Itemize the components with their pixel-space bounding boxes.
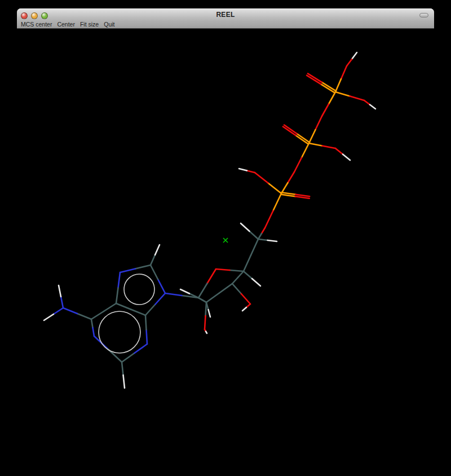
menu-bar: MCS center Center Fit size Quit — [17, 20, 434, 29]
toolbar-toggle-button[interactable] — [419, 13, 428, 17]
menu-item-fit-size[interactable]: Fit size — [80, 21, 99, 28]
reel-window: REEL MCS center Center Fit size Quit — [17, 8, 434, 473]
aromatic-ring-circle — [99, 311, 140, 353]
menu-item-mcs-center[interactable]: MCS center — [21, 21, 52, 28]
window-title: REEL — [17, 8, 434, 20]
menu-item-center[interactable]: Center — [57, 21, 75, 28]
molecule-canvas[interactable] — [17, 29, 434, 473]
aromatic-ring-circle — [124, 274, 154, 305]
desktop: { "window": { "title": "REEL", "traffic_… — [0, 0, 451, 476]
atp-molecule-drawing — [17, 29, 434, 473]
title-bar[interactable]: REEL — [17, 8, 434, 20]
menu-item-quit[interactable]: Quit — [104, 21, 114, 28]
